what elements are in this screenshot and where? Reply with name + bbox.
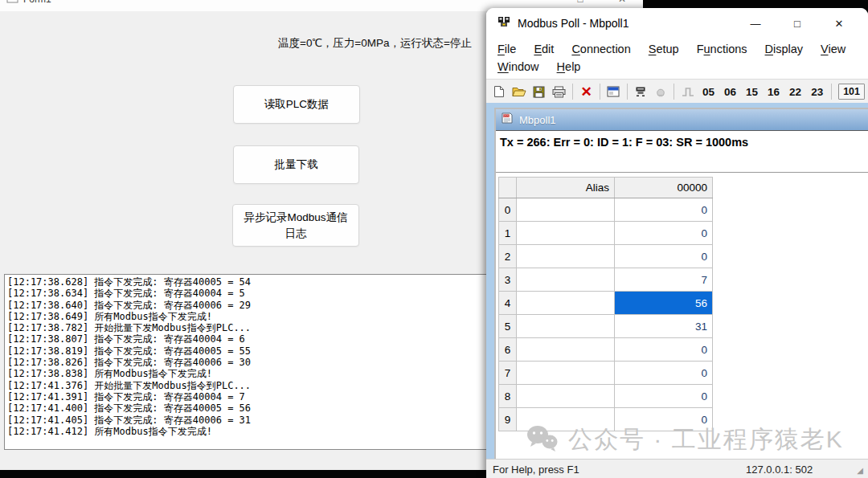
grid-row-header[interactable]: 0 <box>499 198 517 222</box>
save-icon[interactable] <box>530 82 550 101</box>
async-log-button[interactable]: 异步记录Modbus通信日志 <box>232 204 359 247</box>
menu-row-1: FileEditConnectionSetupFunctionsDisplayV… <box>497 40 868 58</box>
menu-connection[interactable]: Connection <box>571 40 630 58</box>
grid-cell-alias[interactable] <box>517 408 615 431</box>
log-line: [12:17:38.640] 指令下发完成: 寄存器40006 = 29 <box>7 300 486 311</box>
statusbar-address: 127.0.0.1: 502 <box>746 464 813 476</box>
modbus-poll-window: Modbus Poll - Mbpoll1 — □ ✕ FileEditConn… <box>486 8 868 478</box>
communication-traffic-icon[interactable] <box>631 82 651 101</box>
log-textbox[interactable]: [12:17:38.628] 指令下发完成: 寄存器40005 = 54[12:… <box>4 274 487 450</box>
open-file-icon[interactable] <box>510 82 530 101</box>
grid-row-8: 80 <box>499 385 713 408</box>
grid-cell-value[interactable]: 7 <box>615 268 713 292</box>
menu-display[interactable]: Display <box>765 40 804 58</box>
grid-row-header[interactable]: 9 <box>499 408 517 431</box>
menu-help[interactable]: Help <box>557 58 581 76</box>
grid-cell-value[interactable]: 0 <box>615 408 713 431</box>
form1-window-title: Form1 <box>23 0 51 5</box>
mbpoll1-titlebar[interactable]: DOC Mbpoll1 <box>496 109 868 130</box>
modbus-minimize-button[interactable]: — <box>735 8 776 39</box>
menu-view[interactable]: View <box>821 40 845 58</box>
grid-cell-value[interactable]: 0 <box>615 362 713 385</box>
grid-cell-value[interactable]: 0 <box>615 222 713 245</box>
toolbar-func-101-button[interactable]: 101 <box>838 84 865 100</box>
mdi-client-area: DOC Mbpoll1 Tx = 266: Err = 0: ID = 1: F… <box>486 103 868 459</box>
log-line: [12:17:41.376] 开始批量下发Modbus指令到PLC... <box>7 380 486 391</box>
toolbar-func-22-button[interactable]: 22 <box>784 86 806 98</box>
log-line: [12:17:41.391] 指令下发完成: 寄存器40004 = 7 <box>7 391 486 402</box>
grid-cell-alias[interactable] <box>517 222 615 245</box>
grid-cell-alias[interactable] <box>517 385 615 408</box>
modbus-window-title: Modbus Poll - Mbpoll1 <box>518 17 629 30</box>
grid-body: 0010203745653160708090 <box>499 198 713 431</box>
toolbar-function-codes: 050615162223 <box>698 86 828 98</box>
grid-row-6: 60 <box>499 338 713 362</box>
log-line: [12:17:38.634] 指令下发完成: 寄存器40004 = 5 <box>7 288 486 299</box>
new-file-icon[interactable] <box>489 82 510 101</box>
grid-row-header[interactable]: 1 <box>499 222 517 245</box>
grid-row-3: 37 <box>499 268 713 292</box>
grid-cell-value[interactable]: 0 <box>615 245 713 268</box>
modbus-titlebar[interactable]: Modbus Poll - Mbpoll1 — □ ✕ <box>486 8 868 39</box>
menu-edit[interactable]: Edit <box>534 40 554 58</box>
grid-header-alias[interactable]: Alias <box>517 178 615 198</box>
statusbar-help-text: For Help, press F1 <box>493 464 579 476</box>
modbus-statusbar: For Help, press F1 127.0.0.1: 502 ◢ <box>486 459 868 478</box>
grid-row-header[interactable]: 6 <box>499 338 517 362</box>
grid-cell-alias[interactable] <box>517 245 615 268</box>
form1-app-icon <box>6 0 18 7</box>
mbpoll1-doc-icon: DOC <box>501 112 514 128</box>
grid-row-header[interactable]: 7 <box>499 362 517 385</box>
menu-window[interactable]: Window <box>497 58 539 76</box>
grid-cell-alias[interactable] <box>517 268 615 292</box>
grid-row-header[interactable]: 4 <box>499 292 517 315</box>
statusbar-resize-grip: ◢ <box>857 466 863 475</box>
grid-corner-header <box>499 178 517 198</box>
disconnect-icon[interactable]: ✕ <box>576 82 596 101</box>
grid-cell-value[interactable]: 31 <box>615 315 713 338</box>
grid-row-2: 20 <box>499 245 713 268</box>
log-line: [12:17:38.838] 所有Modbus指令下发完成! <box>7 368 486 379</box>
menu-file[interactable]: File <box>497 40 516 58</box>
log-line: [12:17:38.782] 开始批量下发Modbus指令到PLC... <box>7 322 486 333</box>
grid-row-1: 10 <box>499 222 713 245</box>
toolbar-separator <box>600 84 600 100</box>
grid-cell-alias[interactable] <box>517 338 615 362</box>
grid-row-header[interactable]: 3 <box>499 268 517 292</box>
log-line: [12:17:38.649] 所有Modbus指令下发完成! <box>7 311 486 322</box>
print-icon[interactable] <box>549 82 569 101</box>
toolbar-separator <box>572 84 573 100</box>
grid-row-header[interactable]: 5 <box>499 315 517 338</box>
grid-cell-alias[interactable] <box>517 315 615 338</box>
setup-window-icon[interactable] <box>604 82 624 101</box>
grid-cell-value[interactable]: 0 <box>615 338 713 362</box>
menu-functions[interactable]: Functions <box>697 40 747 58</box>
batch-download-button[interactable]: 批量下载 <box>233 145 359 184</box>
toolbar-func-15-button[interactable]: 15 <box>741 86 763 98</box>
grid-row-header[interactable]: 8 <box>499 385 517 408</box>
toolbar-func-06-button[interactable]: 06 <box>719 86 741 98</box>
grid-cell-value-selected[interactable]: 56 <box>615 292 713 315</box>
grid-separator-line <box>496 172 868 173</box>
modbus-toolbar: ✕ 050615162223 101 <box>486 79 868 104</box>
grid-cell-alias[interactable] <box>517 292 615 315</box>
modbus-close-button[interactable]: ✕ <box>818 8 860 39</box>
grid-row-7: 70 <box>499 362 713 385</box>
modbus-maximize-button[interactable]: □ <box>776 8 818 39</box>
toolbar-func-16-button[interactable]: 16 <box>763 86 784 98</box>
toolbar-func-05-button[interactable]: 05 <box>698 86 719 98</box>
grid-cell-value[interactable]: 0 <box>615 385 713 408</box>
grid-header-row: Alias 00000 <box>499 178 713 198</box>
toolbar-separator <box>831 84 832 100</box>
grid-cell-alias[interactable] <box>517 198 615 222</box>
menu-setup[interactable]: Setup <box>649 40 679 58</box>
toolbar-separator <box>674 84 674 100</box>
log-line: [12:17:38.807] 指令下发完成: 寄存器40004 = 6 <box>7 333 486 345</box>
grid-cell-alias[interactable] <box>517 362 615 385</box>
modbus-menubar: FileEditConnectionSetupFunctionsDisplayV… <box>486 39 868 79</box>
grid-row-header[interactable]: 2 <box>499 245 517 268</box>
grid-header-00000[interactable]: 00000 <box>615 178 713 198</box>
read-plc-data-button[interactable]: 读取PLC数据 <box>233 85 360 124</box>
toolbar-func-23-button[interactable]: 23 <box>806 86 828 98</box>
grid-cell-value[interactable]: 0 <box>615 198 713 222</box>
